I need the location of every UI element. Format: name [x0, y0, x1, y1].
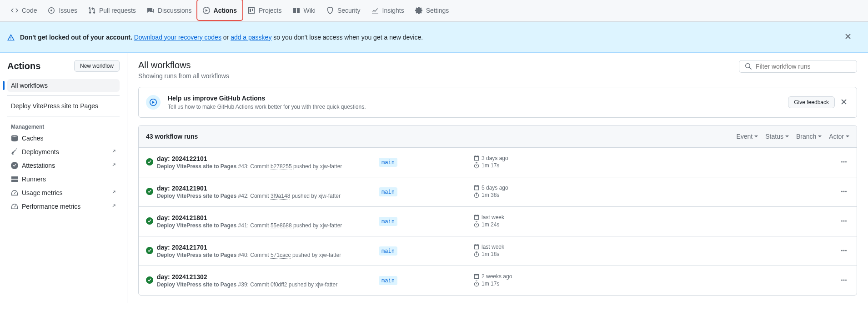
run-duration: 1m 17s — [482, 162, 499, 169]
tab-pull-requests[interactable]: Pull requests — [85, 1, 140, 21]
commit-hash[interactable]: b278255 — [271, 163, 292, 170]
sidebar-workflow-item[interactable]: Deploy VitePress site to Pages — [7, 100, 120, 112]
run-status-success — [146, 247, 153, 256]
run-title[interactable]: day: 2024121302 — [157, 273, 375, 281]
commit-hash[interactable]: 3f9a148 — [271, 193, 290, 200]
close-icon — [844, 33, 852, 40]
filter-event[interactable]: Event — [736, 133, 758, 140]
commit-hash[interactable]: 55e8688 — [271, 222, 292, 229]
sidebar-title: Actions — [7, 61, 40, 71]
caret-down-icon — [846, 135, 849, 138]
run-title[interactable]: day: 2024121801 — [157, 214, 375, 221]
run-actor[interactable]: xjw-fatter — [318, 193, 341, 199]
run-actor[interactable]: xjw-fatter — [319, 252, 341, 258]
run-meta: 3 days ago 1m 17s — [473, 155, 537, 170]
calendar-icon — [473, 214, 480, 221]
run-desc: Deploy VitePress site to Pages #43: Comm… — [157, 163, 375, 170]
run-actor[interactable]: xjw-fatter — [320, 222, 342, 229]
run-kebab-menu[interactable] — [838, 186, 849, 198]
run-workflow-name[interactable]: Deploy VitePress site to Pages — [157, 222, 236, 229]
feedback-close[interactable] — [838, 96, 849, 109]
tab-security[interactable]: Security — [323, 1, 364, 21]
code-icon — [11, 7, 18, 14]
run-workflow-name[interactable]: Deploy VitePress site to Pages — [157, 163, 236, 170]
recovery-codes-link[interactable]: Download your recovery codes — [134, 34, 221, 41]
filter-branch[interactable]: Branch — [796, 133, 822, 140]
tab-label: Insights — [382, 7, 404, 14]
run-workflow-name[interactable]: Deploy VitePress site to Pages — [157, 193, 236, 199]
run-kebab-menu[interactable] — [838, 245, 849, 257]
commit-hash[interactable]: 571cacc — [271, 252, 291, 259]
branch-label[interactable]: main — [379, 246, 397, 256]
run-desc: Deploy VitePress site to Pages #42: Comm… — [157, 193, 375, 199]
run-title[interactable]: day: 2024121701 — [157, 244, 375, 251]
run-actor[interactable]: xjw-fatter — [315, 281, 337, 288]
stopwatch-icon — [473, 221, 480, 228]
sidebar-all-workflows[interactable]: All workflows — [7, 79, 120, 92]
commit-hash[interactable]: 0f0dff2 — [271, 281, 287, 288]
sidebar-item-deployments[interactable]: Deployments — [7, 145, 120, 158]
run-number: #43 — [238, 163, 247, 170]
search-input[interactable] — [756, 63, 851, 70]
discuss-icon — [147, 7, 154, 14]
run-row: day: 2024121801 Deploy VitePress site to… — [139, 207, 857, 236]
tab-wiki[interactable]: Wiki — [289, 1, 319, 21]
run-kebab-menu[interactable] — [838, 275, 849, 287]
run-title[interactable]: day: 2024122101 — [157, 155, 375, 162]
tab-label: Projects — [259, 7, 282, 14]
check-circle-icon — [146, 217, 153, 225]
sidebar-item-attestations[interactable]: Attestations — [7, 159, 120, 172]
feedback-icon-wrap — [146, 95, 161, 110]
run-kebab-menu[interactable] — [838, 156, 849, 169]
cache-icon — [11, 135, 18, 142]
sidebar-item-performance-metrics[interactable]: Performance metrics — [7, 200, 120, 213]
sidebar-item-runners[interactable]: Runners — [7, 173, 120, 186]
run-workflow-name[interactable]: Deploy VitePress site to Pages — [157, 252, 236, 258]
tab-settings[interactable]: Settings — [411, 1, 453, 21]
feedback-desc: Tell us how to make GitHub Actions work … — [168, 104, 366, 110]
tab-label: Discussions — [158, 7, 192, 14]
passkey-link[interactable]: add a passkey — [231, 34, 271, 41]
filter-actor[interactable]: Actor — [829, 133, 849, 140]
filter-status[interactable]: Status — [765, 133, 789, 140]
run-duration: 1m 38s — [482, 192, 499, 198]
caret-down-icon — [818, 135, 822, 138]
branch-label[interactable]: main — [379, 187, 397, 196]
tab-discussions[interactable]: Discussions — [143, 1, 196, 21]
tab-actions[interactable]: Actions — [199, 1, 241, 21]
search-icon — [745, 63, 752, 70]
run-kebab-menu[interactable] — [838, 216, 849, 228]
run-row: day: 2024121701 Deploy VitePress site to… — [139, 236, 857, 266]
content: All workflows Showing runs from all work… — [127, 53, 868, 303]
calendar-icon — [473, 244, 480, 250]
tab-code[interactable]: Code — [7, 1, 40, 21]
book-icon — [293, 7, 300, 14]
banner-close[interactable] — [841, 29, 861, 45]
tab-insights[interactable]: Insights — [368, 1, 408, 21]
run-when: 3 days ago — [482, 155, 508, 161]
new-workflow-button[interactable]: New workflow — [74, 60, 120, 72]
tab-label: Pull requests — [99, 7, 136, 14]
branch-label[interactable]: main — [379, 217, 397, 226]
run-status-success — [146, 217, 153, 226]
tab-issues[interactable]: Issues — [44, 1, 80, 21]
issue-icon — [48, 7, 55, 14]
branch-label[interactable]: main — [379, 276, 397, 285]
give-feedback-button[interactable]: Give feedback — [788, 96, 835, 108]
sidebar-item-caches[interactable]: Caches — [7, 132, 120, 145]
sidebar-item-usage-metrics[interactable]: Usage metrics — [7, 186, 120, 199]
external-icon — [110, 149, 116, 155]
search-box[interactable] — [739, 60, 857, 73]
branch-label[interactable]: main — [379, 158, 397, 167]
mgmt-label: Performance metrics — [22, 203, 80, 210]
stopwatch-icon — [473, 281, 480, 287]
run-row: day: 2024121901 Deploy VitePress site to… — [139, 177, 857, 207]
run-workflow-name[interactable]: Deploy VitePress site to Pages — [157, 281, 236, 288]
run-meta: last week 1m 24s — [473, 214, 537, 229]
tab-label: Issues — [59, 7, 77, 14]
run-actor[interactable]: xjw-fatter — [320, 163, 342, 170]
tab-projects[interactable]: Projects — [244, 1, 286, 21]
run-title[interactable]: day: 2024121901 — [157, 185, 375, 192]
project-icon — [248, 7, 255, 14]
rocket-icon — [11, 148, 18, 155]
